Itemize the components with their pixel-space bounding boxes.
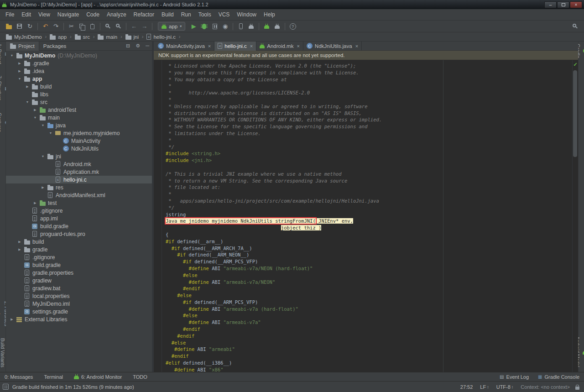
tree-item-androidtest[interactable]: ▶androidTest [6, 106, 152, 114]
android-device-monitor-button[interactable] [272, 21, 282, 31]
sdk-manager-button[interactable] [246, 21, 256, 31]
tree-item-java[interactable]: ▼java [6, 121, 152, 129]
close-icon[interactable]: × [355, 43, 358, 49]
tree-item-build-gradle[interactable]: build.gradle [6, 261, 152, 269]
menu-edit[interactable]: Edit [18, 10, 35, 19]
tool-button-event-log[interactable]: ▤Event Log [500, 374, 529, 380]
tree-item-external-libraries[interactable]: ▶External Libraries [6, 315, 152, 323]
toolwindow-switcher-icon[interactable] [3, 384, 9, 390]
find-button[interactable] [103, 21, 113, 31]
tree-item-app[interactable]: ▼app [6, 75, 152, 83]
tree-item-gradle[interactable]: ▶.gradle [6, 59, 152, 67]
tree-item-settings-gradle[interactable]: settings.gradle [6, 308, 152, 315]
menu-analyze[interactable]: Analyze [103, 10, 130, 19]
expanded-arrow-icon[interactable]: ▼ [47, 131, 54, 135]
tree-item-gitignore[interactable]: .gitignore [6, 253, 152, 261]
paste-button[interactable] [87, 21, 98, 31]
tree-item-gradlew[interactable]: gradlew [6, 277, 152, 284]
tree-item-app-iml[interactable]: app.iml [6, 214, 152, 222]
expanded-arrow-icon[interactable]: ▼ [24, 100, 31, 104]
close-button[interactable]: × [570, 1, 582, 8]
tree-item-gradlew-bat[interactable]: gradlew.bat [6, 284, 152, 292]
code-editor[interactable]: * Licensed under the Apache License, Ver… [154, 60, 578, 372]
collapsed-arrow-icon[interactable]: ▶ [40, 186, 46, 189]
attach-debugger-button[interactable]: ◉ [220, 21, 230, 31]
status-lf[interactable]: LF↕ [480, 384, 489, 390]
maximize-button[interactable] [557, 1, 569, 8]
tool-button-todo[interactable]: TODO [133, 374, 147, 380]
collapsed-arrow-icon[interactable]: ▶ [32, 108, 38, 112]
settings-icon[interactable]: ⚙ [136, 43, 140, 49]
editor-tab-hello-jni-c[interactable]: hello-jni.c× [214, 42, 256, 51]
status-context-no-context[interactable]: Context: <no context> [521, 384, 570, 390]
menu-vcs[interactable]: VCS [215, 10, 234, 19]
run-config-selector[interactable]: app▾ [158, 22, 185, 31]
help-button[interactable]: ? [287, 21, 298, 31]
tool-button-terminal[interactable]: Terminal [44, 374, 63, 380]
expanded-arrow-icon[interactable]: ▼ [9, 54, 15, 57]
redo-button[interactable]: ↷ [51, 21, 61, 31]
tool-button-gradle-console[interactable]: ▦Gradle Console [538, 374, 579, 380]
status-27-52[interactable]: 27:52 [460, 384, 473, 390]
expanded-arrow-icon[interactable]: ▼ [16, 77, 23, 80]
avd-manager-button[interactable] [235, 21, 246, 31]
tree-item-androidmanifest-xml[interactable]: AndroidManifest.xml [6, 191, 152, 199]
tree-item-main[interactable]: ▼main [6, 114, 152, 121]
collapsed-arrow-icon[interactable]: ▶ [24, 85, 31, 89]
breadcrumb-item-myjnidemo[interactable]: MyJniDemo [5, 34, 43, 40]
expanded-arrow-icon[interactable]: ▼ [32, 116, 38, 119]
tree-item-res[interactable]: ▶res [6, 183, 152, 191]
menu-window[interactable]: Window [233, 10, 260, 19]
hide-icon[interactable]: ─ [146, 43, 149, 49]
tree-item-myjnidemo[interactable]: ▼MyJniDemo (D:\MyJniDemo) [6, 52, 152, 59]
menu-code[interactable]: Code [83, 10, 103, 19]
tree-item-ndkjniutils[interactable]: NdkJniUtils [6, 145, 152, 152]
tree-item-idea[interactable]: ▶.idea [6, 67, 152, 75]
run-with-coverage-button[interactable] [209, 21, 220, 31]
expanded-arrow-icon[interactable]: ▼ [40, 124, 46, 127]
open-project-button[interactable] [4, 21, 14, 31]
breadcrumb-item-src[interactable]: src [73, 34, 91, 40]
tree-item-gradle[interactable]: ▶gradle [6, 246, 152, 253]
tree-item-local-properties[interactable]: local.properties [6, 292, 152, 300]
save-all-button[interactable] [14, 21, 25, 31]
project-panel-tab-project[interactable]: Project [6, 42, 39, 51]
collapse-all-icon[interactable]: ⊟ [126, 43, 130, 49]
editor-tab-android-mk[interactable]: Android.mk× [256, 42, 303, 51]
tool-button-build-variants[interactable]: Build Variants [0, 338, 5, 367]
tool-button-0-messages[interactable]: 0: Messages [5, 374, 33, 380]
search-everywhere-button[interactable] [570, 21, 580, 31]
minimize-button[interactable]: – [544, 1, 557, 8]
menu-build[interactable]: Build [158, 10, 177, 19]
tree-item-build[interactable]: ▶build [6, 238, 152, 246]
breadcrumb-item-jni[interactable]: jni [124, 34, 141, 40]
back-button[interactable]: ← [129, 21, 139, 31]
collapsed-arrow-icon[interactable]: ▶ [16, 248, 23, 251]
tree-item-application-mk[interactable]: Application.mk [6, 168, 152, 176]
menu-navigate[interactable]: Navigate [54, 10, 83, 19]
undo-button[interactable]: ↶ [40, 21, 51, 31]
collapsed-arrow-icon[interactable]: ▶ [16, 240, 23, 244]
collapsed-arrow-icon[interactable]: ▶ [16, 69, 23, 73]
lock-icon[interactable] [575, 387, 579, 390]
menu-refactor[interactable]: Refactor [130, 10, 158, 19]
project-panel-tab-packages[interactable]: Packages [39, 42, 71, 51]
menu-file[interactable]: File [2, 10, 18, 19]
close-icon[interactable]: × [296, 43, 299, 49]
tree-item-gradle-properties[interactable]: gradle.properties [6, 269, 152, 277]
collapsed-arrow-icon[interactable]: ▶ [32, 201, 38, 205]
sync-project-with-gradle-button[interactable] [261, 21, 272, 31]
tree-item-src[interactable]: ▼src [6, 98, 152, 106]
expanded-arrow-icon[interactable]: ▼ [40, 155, 46, 158]
status-utf-8[interactable]: UTF-8↕ [496, 384, 514, 390]
tree-item-build[interactable]: ▶build [6, 83, 152, 90]
breadcrumb-item-app[interactable]: app [48, 34, 68, 40]
editor-tab-mainactivity-java[interactable]: MainActivity.java× [155, 42, 214, 51]
close-icon[interactable]: × [249, 43, 253, 49]
tree-item-myjnidemo-iml[interactable]: MyJniDemo.iml [6, 300, 152, 308]
tool-button-6-android-monitor[interactable]: 6: Android Monitor [74, 374, 122, 380]
tree-item-build-gradle[interactable]: build.gradle [6, 222, 152, 230]
menu-tools[interactable]: Tools [195, 10, 215, 19]
tree-item-android-mk[interactable]: Android.mk [6, 160, 152, 168]
breadcrumb-item-hello-jni-c[interactable]: hello-jni.c [145, 34, 177, 40]
